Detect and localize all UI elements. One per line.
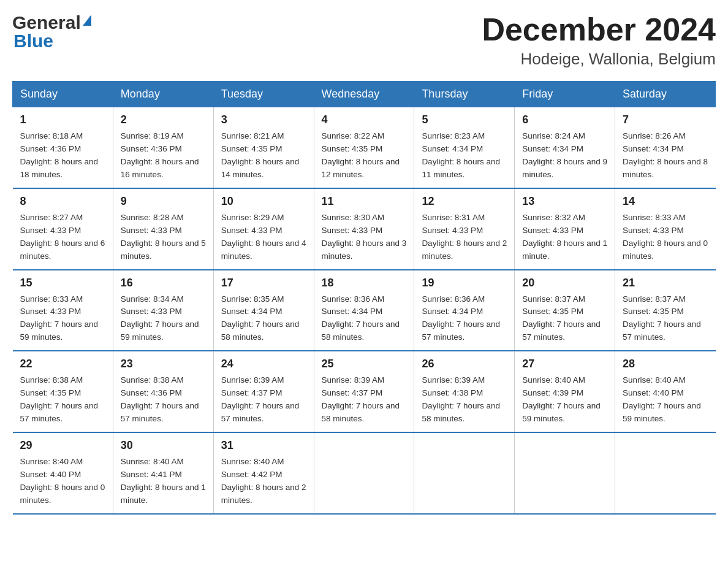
day-info: Sunrise: 8:30 AM Sunset: 4:33 PM Dayligh…: [322, 212, 407, 263]
calendar-cell: 10 Sunrise: 8:29 AM Sunset: 4:33 PM Dayl…: [213, 188, 314, 270]
calendar-cell: 6 Sunrise: 8:24 AM Sunset: 4:34 PM Dayli…: [515, 107, 615, 188]
day-info: Sunrise: 8:40 AM Sunset: 4:40 PM Dayligh…: [623, 374, 708, 426]
calendar-cell: [615, 432, 716, 514]
calendar-cell: 30 Sunrise: 8:40 AM Sunset: 4:41 PM Dayl…: [113, 432, 213, 514]
day-number: 30: [121, 439, 206, 452]
day-info: Sunrise: 8:27 AM Sunset: 4:33 PM Dayligh…: [20, 212, 105, 263]
day-number: 9: [121, 195, 206, 208]
calendar-cell: 23 Sunrise: 8:38 AM Sunset: 4:36 PM Dayl…: [113, 351, 213, 432]
day-number: 22: [20, 358, 105, 370]
calendar-cell: [414, 432, 515, 514]
calendar-cell: [515, 432, 615, 514]
day-info: Sunrise: 8:31 AM Sunset: 4:33 PM Dayligh…: [422, 212, 507, 263]
month-title: December 2024: [482, 12, 716, 47]
page-header: General Blue December 2024 Hodeige, Wall…: [12, 12, 716, 69]
day-info: Sunrise: 8:26 AM Sunset: 4:34 PM Dayligh…: [623, 130, 708, 182]
day-info: Sunrise: 8:18 AM Sunset: 4:36 PM Dayligh…: [20, 130, 105, 182]
calendar-cell: 12 Sunrise: 8:31 AM Sunset: 4:33 PM Dayl…: [414, 188, 515, 270]
day-info: Sunrise: 8:40 AM Sunset: 4:39 PM Dayligh…: [522, 374, 607, 426]
calendar-header-row: SundayMondayTuesdayWednesdayThursdayFrid…: [13, 82, 716, 107]
calendar-week-2: 8 Sunrise: 8:27 AM Sunset: 4:33 PM Dayli…: [13, 188, 716, 270]
day-number: 26: [422, 358, 507, 370]
location-title: Hodeige, Wallonia, Belgium: [482, 50, 716, 69]
calendar-cell: 16 Sunrise: 8:34 AM Sunset: 4:33 PM Dayl…: [113, 270, 213, 351]
calendar-cell: 11 Sunrise: 8:30 AM Sunset: 4:33 PM Dayl…: [314, 188, 414, 270]
day-info: Sunrise: 8:22 AM Sunset: 4:35 PM Dayligh…: [322, 130, 407, 182]
calendar-cell: 22 Sunrise: 8:38 AM Sunset: 4:35 PM Dayl…: [13, 351, 113, 432]
calendar-week-3: 15 Sunrise: 8:33 AM Sunset: 4:33 PM Dayl…: [13, 270, 716, 351]
day-info: Sunrise: 8:34 AM Sunset: 4:33 PM Dayligh…: [121, 293, 206, 345]
day-info: Sunrise: 8:39 AM Sunset: 4:38 PM Dayligh…: [422, 374, 507, 426]
day-number: 23: [121, 358, 206, 370]
calendar-cell: 3 Sunrise: 8:21 AM Sunset: 4:35 PM Dayli…: [213, 107, 314, 188]
day-info: Sunrise: 8:36 AM Sunset: 4:34 PM Dayligh…: [322, 293, 407, 345]
calendar-cell: 21 Sunrise: 8:37 AM Sunset: 4:35 PM Dayl…: [615, 270, 716, 351]
header-tuesday: Tuesday: [213, 82, 314, 107]
day-number: 5: [422, 113, 507, 126]
day-info: Sunrise: 8:29 AM Sunset: 4:33 PM Dayligh…: [221, 212, 306, 263]
day-info: Sunrise: 8:38 AM Sunset: 4:36 PM Dayligh…: [121, 374, 206, 426]
day-info: Sunrise: 8:33 AM Sunset: 4:33 PM Dayligh…: [623, 212, 708, 263]
calendar-week-1: 1 Sunrise: 8:18 AM Sunset: 4:36 PM Dayli…: [13, 107, 716, 188]
calendar-cell: 5 Sunrise: 8:23 AM Sunset: 4:34 PM Dayli…: [414, 107, 515, 188]
day-number: 21: [623, 277, 708, 289]
calendar-cell: 24 Sunrise: 8:39 AM Sunset: 4:37 PM Dayl…: [213, 351, 314, 432]
calendar-cell: 7 Sunrise: 8:26 AM Sunset: 4:34 PM Dayli…: [615, 107, 716, 188]
day-info: Sunrise: 8:33 AM Sunset: 4:33 PM Dayligh…: [20, 293, 105, 345]
calendar-cell: 9 Sunrise: 8:28 AM Sunset: 4:33 PM Dayli…: [113, 188, 213, 270]
day-info: Sunrise: 8:21 AM Sunset: 4:35 PM Dayligh…: [221, 130, 306, 182]
day-info: Sunrise: 8:28 AM Sunset: 4:33 PM Dayligh…: [121, 212, 206, 263]
day-number: 17: [221, 277, 306, 289]
calendar-cell: 20 Sunrise: 8:37 AM Sunset: 4:35 PM Dayl…: [515, 270, 615, 351]
header-wednesday: Wednesday: [314, 82, 414, 107]
calendar-cell: [314, 432, 414, 514]
day-number: 4: [322, 113, 407, 126]
day-info: Sunrise: 8:19 AM Sunset: 4:36 PM Dayligh…: [121, 130, 206, 182]
title-block: December 2024 Hodeige, Wallonia, Belgium: [482, 12, 716, 69]
header-sunday: Sunday: [13, 82, 113, 107]
day-info: Sunrise: 8:37 AM Sunset: 4:35 PM Dayligh…: [522, 293, 607, 345]
calendar-cell: 14 Sunrise: 8:33 AM Sunset: 4:33 PM Dayl…: [615, 188, 716, 270]
day-info: Sunrise: 8:40 AM Sunset: 4:40 PM Dayligh…: [20, 456, 105, 507]
day-info: Sunrise: 8:24 AM Sunset: 4:34 PM Dayligh…: [522, 130, 607, 182]
day-number: 31: [221, 439, 306, 452]
day-number: 27: [522, 358, 607, 370]
day-info: Sunrise: 8:40 AM Sunset: 4:42 PM Dayligh…: [221, 456, 306, 507]
calendar-cell: 15 Sunrise: 8:33 AM Sunset: 4:33 PM Dayl…: [13, 270, 113, 351]
calendar-cell: 13 Sunrise: 8:32 AM Sunset: 4:33 PM Dayl…: [515, 188, 615, 270]
calendar-cell: 27 Sunrise: 8:40 AM Sunset: 4:39 PM Dayl…: [515, 351, 615, 432]
day-info: Sunrise: 8:32 AM Sunset: 4:33 PM Dayligh…: [522, 212, 607, 263]
day-info: Sunrise: 8:39 AM Sunset: 4:37 PM Dayligh…: [221, 374, 306, 426]
day-number: 3: [221, 113, 306, 126]
day-number: 16: [121, 277, 206, 289]
day-number: 8: [20, 195, 105, 208]
calendar-cell: 17 Sunrise: 8:35 AM Sunset: 4:34 PM Dayl…: [213, 270, 314, 351]
day-number: 13: [522, 195, 607, 208]
day-info: Sunrise: 8:37 AM Sunset: 4:35 PM Dayligh…: [623, 293, 708, 345]
calendar-cell: 29 Sunrise: 8:40 AM Sunset: 4:40 PM Dayl…: [13, 432, 113, 514]
calendar-cell: 19 Sunrise: 8:36 AM Sunset: 4:34 PM Dayl…: [414, 270, 515, 351]
header-monday: Monday: [113, 82, 213, 107]
day-number: 7: [623, 113, 708, 126]
day-number: 20: [522, 277, 607, 289]
day-info: Sunrise: 8:40 AM Sunset: 4:41 PM Dayligh…: [121, 456, 206, 507]
calendar-cell: 4 Sunrise: 8:22 AM Sunset: 4:35 PM Dayli…: [314, 107, 414, 188]
header-friday: Friday: [515, 82, 615, 107]
day-number: 2: [121, 113, 206, 126]
day-number: 14: [623, 195, 708, 208]
calendar-week-4: 22 Sunrise: 8:38 AM Sunset: 4:35 PM Dayl…: [13, 351, 716, 432]
day-info: Sunrise: 8:23 AM Sunset: 4:34 PM Dayligh…: [422, 130, 507, 182]
day-number: 6: [522, 113, 607, 126]
day-info: Sunrise: 8:36 AM Sunset: 4:34 PM Dayligh…: [422, 293, 507, 345]
day-number: 29: [20, 439, 105, 452]
day-number: 24: [221, 358, 306, 370]
calendar-cell: 31 Sunrise: 8:40 AM Sunset: 4:42 PM Dayl…: [213, 432, 314, 514]
day-number: 15: [20, 277, 105, 289]
calendar-cell: 26 Sunrise: 8:39 AM Sunset: 4:38 PM Dayl…: [414, 351, 515, 432]
logo-blue: Blue: [13, 31, 53, 52]
calendar-cell: 25 Sunrise: 8:39 AM Sunset: 4:37 PM Dayl…: [314, 351, 414, 432]
calendar-table: SundayMondayTuesdayWednesdayThursdayFrid…: [12, 81, 716, 514]
calendar-cell: 28 Sunrise: 8:40 AM Sunset: 4:40 PM Dayl…: [615, 351, 716, 432]
logo: General Blue: [12, 12, 91, 52]
day-number: 18: [322, 277, 407, 289]
